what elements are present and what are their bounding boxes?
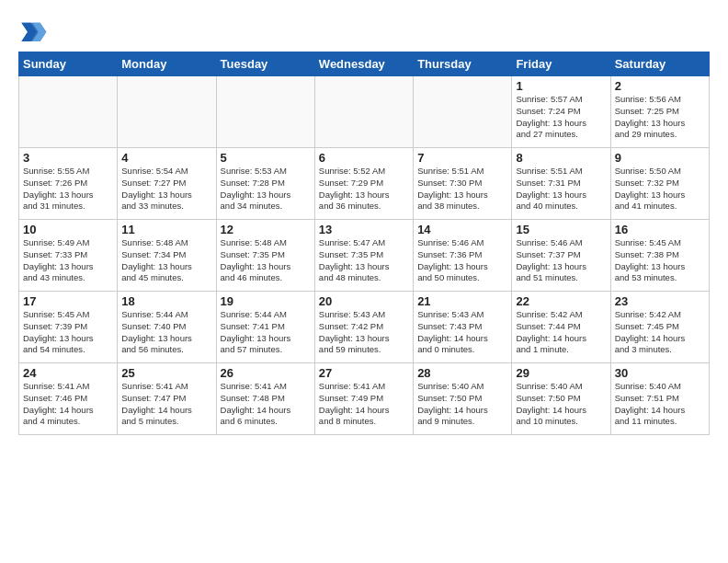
calendar-cell: 13Sunrise: 5:47 AM Sunset: 7:35 PM Dayli… — [314, 220, 413, 292]
calendar-cell: 8Sunrise: 5:51 AM Sunset: 7:31 PM Daylig… — [512, 148, 610, 220]
day-number: 27 — [319, 366, 409, 380]
day-info: Sunrise: 5:43 AM Sunset: 7:42 PM Dayligh… — [319, 309, 409, 356]
weekday-header: Sunday — [19, 52, 118, 76]
calendar-cell — [19, 76, 118, 148]
day-info: Sunrise: 5:46 AM Sunset: 7:36 PM Dayligh… — [417, 237, 507, 284]
calendar-cell: 11Sunrise: 5:48 AM Sunset: 7:34 PM Dayli… — [118, 220, 216, 292]
day-number: 13 — [319, 223, 409, 236]
calendar-cell — [118, 76, 216, 148]
weekday-header: Tuesday — [216, 52, 314, 76]
calendar-week-row: 10Sunrise: 5:49 AM Sunset: 7:33 PM Dayli… — [19, 220, 710, 292]
day-number: 4 — [121, 151, 211, 165]
day-number: 5 — [221, 151, 311, 165]
day-number: 20 — [319, 294, 409, 308]
day-number: 7 — [417, 151, 507, 165]
calendar-cell: 15Sunrise: 5:46 AM Sunset: 7:37 PM Dayli… — [512, 220, 610, 292]
day-info: Sunrise: 5:45 AM Sunset: 7:38 PM Dayligh… — [615, 237, 705, 284]
day-info: Sunrise: 5:54 AM Sunset: 7:27 PM Dayligh… — [121, 166, 211, 213]
calendar-cell: 16Sunrise: 5:45 AM Sunset: 7:38 PM Dayli… — [610, 220, 709, 292]
day-number: 30 — [615, 366, 705, 380]
calendar-cell: 1Sunrise: 5:57 AM Sunset: 7:24 PM Daylig… — [512, 76, 610, 148]
calendar-cell: 6Sunrise: 5:52 AM Sunset: 7:29 PM Daylig… — [314, 148, 413, 220]
calendar-week-row: 24Sunrise: 5:41 AM Sunset: 7:46 PM Dayli… — [19, 363, 710, 435]
day-info: Sunrise: 5:41 AM Sunset: 7:47 PM Dayligh… — [121, 381, 211, 428]
calendar-cell: 5Sunrise: 5:53 AM Sunset: 7:28 PM Daylig… — [216, 148, 314, 220]
day-info: Sunrise: 5:47 AM Sunset: 7:35 PM Dayligh… — [319, 237, 409, 284]
calendar-cell: 12Sunrise: 5:48 AM Sunset: 7:35 PM Dayli… — [216, 220, 314, 292]
day-number: 1 — [516, 79, 606, 93]
day-number: 16 — [615, 223, 705, 236]
day-info: Sunrise: 5:42 AM Sunset: 7:44 PM Dayligh… — [516, 309, 606, 356]
calendar-header: SundayMondayTuesdayWednesdayThursdayFrid… — [19, 52, 710, 76]
day-info: Sunrise: 5:55 AM Sunset: 7:26 PM Dayligh… — [23, 166, 113, 213]
weekday-header: Friday — [512, 52, 610, 76]
calendar-cell — [414, 76, 512, 148]
calendar-week-row: 3Sunrise: 5:55 AM Sunset: 7:26 PM Daylig… — [19, 148, 710, 220]
day-info: Sunrise: 5:41 AM Sunset: 7:49 PM Dayligh… — [319, 381, 409, 428]
calendar-body: 1Sunrise: 5:57 AM Sunset: 7:24 PM Daylig… — [19, 76, 710, 435]
day-number: 8 — [516, 151, 606, 165]
calendar-cell: 14Sunrise: 5:46 AM Sunset: 7:36 PM Dayli… — [414, 220, 512, 292]
calendar-week-row: 17Sunrise: 5:45 AM Sunset: 7:39 PM Dayli… — [19, 292, 710, 363]
calendar-cell: 19Sunrise: 5:44 AM Sunset: 7:41 PM Dayli… — [216, 292, 314, 363]
day-info: Sunrise: 5:57 AM Sunset: 7:24 PM Dayligh… — [516, 94, 606, 141]
day-number: 17 — [23, 294, 113, 308]
calendar-cell: 28Sunrise: 5:40 AM Sunset: 7:50 PM Dayli… — [414, 363, 512, 435]
logo — [18, 17, 51, 46]
day-info: Sunrise: 5:40 AM Sunset: 7:50 PM Dayligh… — [516, 381, 606, 428]
logo-icon — [18, 17, 48, 46]
day-info: Sunrise: 5:41 AM Sunset: 7:48 PM Dayligh… — [221, 381, 311, 428]
day-info: Sunrise: 5:40 AM Sunset: 7:51 PM Dayligh… — [615, 381, 705, 428]
day-number: 24 — [23, 366, 113, 380]
calendar-cell: 7Sunrise: 5:51 AM Sunset: 7:30 PM Daylig… — [414, 148, 512, 220]
weekday-header: Wednesday — [314, 52, 413, 76]
calendar-cell: 10Sunrise: 5:49 AM Sunset: 7:33 PM Dayli… — [19, 220, 118, 292]
calendar-cell: 18Sunrise: 5:44 AM Sunset: 7:40 PM Dayli… — [118, 292, 216, 363]
day-number: 21 — [417, 294, 507, 308]
calendar-cell: 25Sunrise: 5:41 AM Sunset: 7:47 PM Dayli… — [118, 363, 216, 435]
day-number: 18 — [121, 294, 211, 308]
day-info: Sunrise: 5:45 AM Sunset: 7:39 PM Dayligh… — [23, 309, 113, 356]
weekday-row: SundayMondayTuesdayWednesdayThursdayFrid… — [19, 52, 710, 76]
weekday-header: Monday — [118, 52, 216, 76]
day-info: Sunrise: 5:43 AM Sunset: 7:43 PM Dayligh… — [417, 309, 507, 356]
day-info: Sunrise: 5:50 AM Sunset: 7:32 PM Dayligh… — [615, 166, 705, 213]
day-number: 10 — [23, 223, 113, 236]
day-number: 22 — [516, 294, 606, 308]
day-info: Sunrise: 5:40 AM Sunset: 7:50 PM Dayligh… — [417, 381, 507, 428]
calendar-cell: 24Sunrise: 5:41 AM Sunset: 7:46 PM Dayli… — [19, 363, 118, 435]
day-number: 9 — [615, 151, 705, 165]
day-number: 15 — [516, 223, 606, 236]
calendar-cell: 22Sunrise: 5:42 AM Sunset: 7:44 PM Dayli… — [512, 292, 610, 363]
day-info: Sunrise: 5:48 AM Sunset: 7:34 PM Dayligh… — [121, 237, 211, 284]
day-number: 2 — [615, 79, 705, 93]
calendar-cell — [314, 76, 413, 148]
day-number: 28 — [417, 366, 507, 380]
day-info: Sunrise: 5:48 AM Sunset: 7:35 PM Dayligh… — [221, 237, 311, 284]
day-info: Sunrise: 5:53 AM Sunset: 7:28 PM Dayligh… — [221, 166, 311, 213]
header — [18, 17, 710, 46]
day-info: Sunrise: 5:56 AM Sunset: 7:25 PM Dayligh… — [615, 94, 705, 141]
day-info: Sunrise: 5:41 AM Sunset: 7:46 PM Dayligh… — [23, 381, 113, 428]
day-info: Sunrise: 5:44 AM Sunset: 7:40 PM Dayligh… — [121, 309, 211, 356]
day-info: Sunrise: 5:49 AM Sunset: 7:33 PM Dayligh… — [23, 237, 113, 284]
calendar-cell: 9Sunrise: 5:50 AM Sunset: 7:32 PM Daylig… — [610, 148, 709, 220]
day-info: Sunrise: 5:51 AM Sunset: 7:31 PM Dayligh… — [516, 166, 606, 213]
day-number: 19 — [221, 294, 311, 308]
day-number: 6 — [319, 151, 409, 165]
day-number: 25 — [121, 366, 211, 380]
calendar-cell: 3Sunrise: 5:55 AM Sunset: 7:26 PM Daylig… — [19, 148, 118, 220]
calendar-cell: 4Sunrise: 5:54 AM Sunset: 7:27 PM Daylig… — [118, 148, 216, 220]
day-number: 14 — [417, 223, 507, 236]
day-number: 12 — [221, 223, 311, 236]
calendar-cell — [216, 76, 314, 148]
calendar-cell: 23Sunrise: 5:42 AM Sunset: 7:45 PM Dayli… — [610, 292, 709, 363]
calendar-cell: 21Sunrise: 5:43 AM Sunset: 7:43 PM Dayli… — [414, 292, 512, 363]
day-number: 29 — [516, 366, 606, 380]
day-number: 23 — [615, 294, 705, 308]
day-number: 3 — [23, 151, 113, 165]
day-info: Sunrise: 5:51 AM Sunset: 7:30 PM Dayligh… — [417, 166, 507, 213]
calendar-cell: 20Sunrise: 5:43 AM Sunset: 7:42 PM Dayli… — [314, 292, 413, 363]
calendar-cell: 29Sunrise: 5:40 AM Sunset: 7:50 PM Dayli… — [512, 363, 610, 435]
calendar-cell: 30Sunrise: 5:40 AM Sunset: 7:51 PM Dayli… — [610, 363, 709, 435]
